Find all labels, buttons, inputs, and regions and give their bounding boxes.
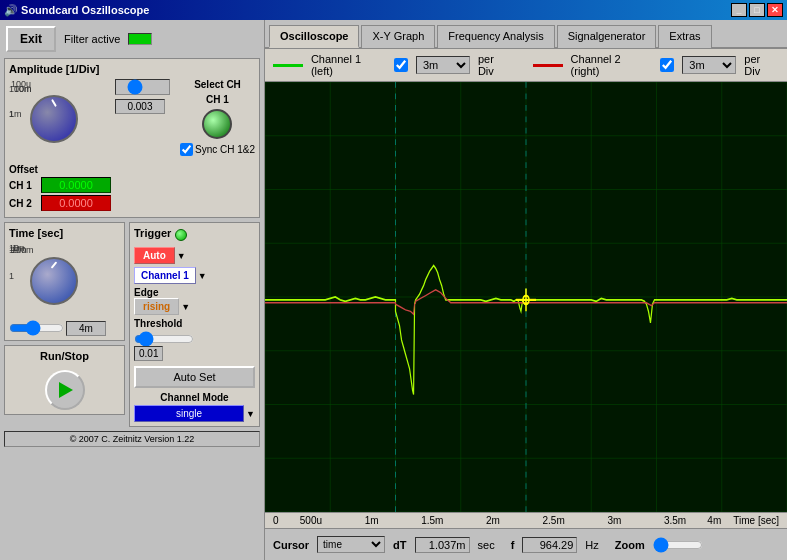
auto-set-button[interactable]: Auto Set bbox=[134, 366, 255, 388]
time-mark-500u: 500u bbox=[283, 515, 340, 526]
amplitude-knob-area: 10m 100m 1m 1 100u bbox=[9, 79, 109, 159]
tab-bar: Oscilloscope X-Y Graph Frequency Analysi… bbox=[265, 20, 787, 49]
ch1-channel-label: Channel 1 (left) bbox=[311, 53, 386, 77]
edge-arrow: ▼ bbox=[181, 302, 190, 312]
ch1-per-div-unit: per Div bbox=[478, 53, 513, 77]
select-ch-label: Select CH bbox=[194, 79, 241, 90]
time-section: Time [sec] 100m 10m 1 1m 10 4m bbox=[4, 222, 125, 341]
zoom-label: Zoom bbox=[615, 539, 645, 551]
f-label: f bbox=[511, 539, 515, 551]
ch2-line-indicator bbox=[533, 64, 563, 67]
edge-label: Edge bbox=[134, 287, 255, 298]
select-ch-area: Select CH CH 1 Sync CH 1&2 bbox=[180, 79, 255, 156]
ch1-line-indicator bbox=[273, 64, 303, 67]
title-icon: 🔊 bbox=[4, 4, 18, 16]
ch2-checkbox[interactable] bbox=[660, 58, 674, 72]
title-text: 🔊 Soundcard Oszilloscope bbox=[4, 4, 149, 17]
ch1-label: CH 1 bbox=[206, 94, 229, 105]
amplitude-section: Amplitude [1/Div] 10m 100m 1m 1 100u bbox=[4, 58, 260, 218]
threshold-row: Threshold 0.01 bbox=[134, 318, 255, 359]
channel-mode-button[interactable]: single bbox=[134, 405, 244, 422]
ch2-per-div-unit: per Div bbox=[744, 53, 779, 77]
trigger-title: Trigger bbox=[134, 227, 171, 239]
trigger-section: Trigger Auto ▼ Channel 1 ▼ Edge rising ▼ bbox=[129, 222, 260, 427]
scope-display bbox=[265, 82, 787, 512]
sync-label: Sync CH 1&2 bbox=[195, 144, 255, 155]
trigger-channel-button[interactable]: Channel 1 bbox=[134, 267, 196, 284]
run-stop-section: Run/Stop bbox=[4, 345, 125, 415]
cursor-type-select[interactable]: time amplitude bbox=[317, 536, 385, 553]
close-button[interactable]: ✕ bbox=[767, 3, 783, 17]
time-knob-tick bbox=[51, 261, 58, 268]
window-controls[interactable]: _ □ ✕ bbox=[731, 3, 783, 17]
trigger-channel-arrow: ▼ bbox=[198, 271, 207, 281]
channel-mode-label: Channel Mode bbox=[134, 392, 255, 403]
time-mark-1-5m: 1.5m bbox=[404, 515, 461, 526]
filter-label: Filter active bbox=[64, 33, 120, 45]
tab-xy-graph[interactable]: X-Y Graph bbox=[361, 25, 435, 48]
amplitude-knob[interactable] bbox=[30, 95, 78, 143]
dt-label: dT bbox=[393, 539, 406, 551]
exit-button[interactable]: Exit bbox=[6, 26, 56, 52]
scope-canvas bbox=[265, 82, 787, 512]
knob-tick bbox=[51, 99, 57, 107]
amplitude-value: 0.003 bbox=[115, 99, 165, 114]
trigger-mode-button[interactable]: Auto bbox=[134, 247, 175, 264]
channel-mode-section: Channel Mode single ▼ bbox=[134, 392, 255, 422]
ch1-indicator bbox=[202, 109, 232, 139]
ch1-checkbox[interactable] bbox=[394, 58, 408, 72]
play-icon bbox=[59, 382, 73, 398]
ch2-offset-input[interactable]: 0.0000 bbox=[41, 195, 111, 211]
tab-frequency-analysis[interactable]: Frequency Analysis bbox=[437, 25, 554, 48]
time-mark-3m: 3m bbox=[586, 515, 643, 526]
time-mark-2-5m: 2.5m bbox=[525, 515, 582, 526]
right-panel: Oscilloscope X-Y Graph Frequency Analysi… bbox=[265, 20, 787, 560]
filter-active-light bbox=[128, 33, 152, 45]
tab-oscilloscope[interactable]: Oscilloscope bbox=[269, 25, 359, 48]
time-mark-4m: 4m bbox=[707, 515, 721, 526]
run-stop-button[interactable] bbox=[45, 370, 85, 410]
ch2-channel-label: Channel 2 (right) bbox=[571, 53, 653, 77]
time-mark-3-5m: 3.5m bbox=[647, 515, 704, 526]
left-panel: Exit Filter active Amplitude [1/Div] 10m… bbox=[0, 20, 265, 560]
tab-signalgenerator[interactable]: Signalgenerator bbox=[557, 25, 657, 48]
time-knob[interactable] bbox=[30, 257, 78, 305]
ch2-offset-row: CH 2 0.0000 bbox=[9, 195, 255, 211]
minimize-button[interactable]: _ bbox=[731, 3, 747, 17]
dt-unit: sec bbox=[478, 539, 495, 551]
time-mark-2m: 2m bbox=[465, 515, 522, 526]
edge-button[interactable]: rising bbox=[134, 298, 179, 315]
ch2-per-div-select[interactable]: 3m1m10m100m bbox=[682, 56, 736, 74]
trigger-led bbox=[175, 229, 187, 241]
maximize-button[interactable]: □ bbox=[749, 3, 765, 17]
sync-checkbox-area: Sync CH 1&2 bbox=[180, 143, 255, 156]
trigger-header: Trigger bbox=[134, 227, 255, 243]
cursor-label: Cursor bbox=[273, 539, 309, 551]
dt-input[interactable]: 1.037m bbox=[415, 537, 470, 553]
zoom-slider[interactable] bbox=[653, 537, 703, 553]
tab-extras[interactable]: Extras bbox=[658, 25, 711, 48]
top-controls: Exit Filter active bbox=[4, 24, 260, 54]
sync-checkbox[interactable] bbox=[180, 143, 193, 156]
edge-row: Edge rising ▼ bbox=[134, 287, 255, 315]
threshold-value: 0.01 bbox=[134, 346, 163, 361]
f-input[interactable]: 964.29 bbox=[522, 537, 577, 553]
threshold-label: Threshold bbox=[134, 318, 255, 329]
time-axis: 0 500u 1m 1.5m 2m 2.5m 3m 3.5m 4m Time [… bbox=[265, 512, 787, 528]
mode-arrow: ▼ bbox=[246, 409, 255, 419]
time-axis-label: Time [sec] bbox=[733, 515, 779, 526]
ch1-per-div-select[interactable]: 3m1m10m100m bbox=[416, 56, 470, 74]
amplitude-slider[interactable] bbox=[115, 79, 170, 95]
ch2-offset-label: CH 2 bbox=[9, 198, 37, 209]
run-stop-title: Run/Stop bbox=[40, 350, 89, 362]
f-unit: Hz bbox=[585, 539, 598, 551]
time-knob-area: 100m 10m 1 1m 10 bbox=[9, 243, 99, 318]
copyright: © 2007 C. Zeitnitz Version 1.22 bbox=[4, 431, 260, 447]
channel-controls: Channel 1 (left) 3m1m10m100m per Div Cha… bbox=[265, 49, 787, 82]
time-mark-0: 0 bbox=[273, 515, 279, 526]
title-bar: 🔊 Soundcard Oszilloscope _ □ ✕ bbox=[0, 0, 787, 20]
threshold-slider[interactable] bbox=[134, 331, 194, 347]
time-mark-1m: 1m bbox=[343, 515, 400, 526]
time-title: Time [sec] bbox=[9, 227, 120, 239]
bottom-left-panels: Time [sec] 100m 10m 1 1m 10 4m bbox=[4, 222, 260, 427]
